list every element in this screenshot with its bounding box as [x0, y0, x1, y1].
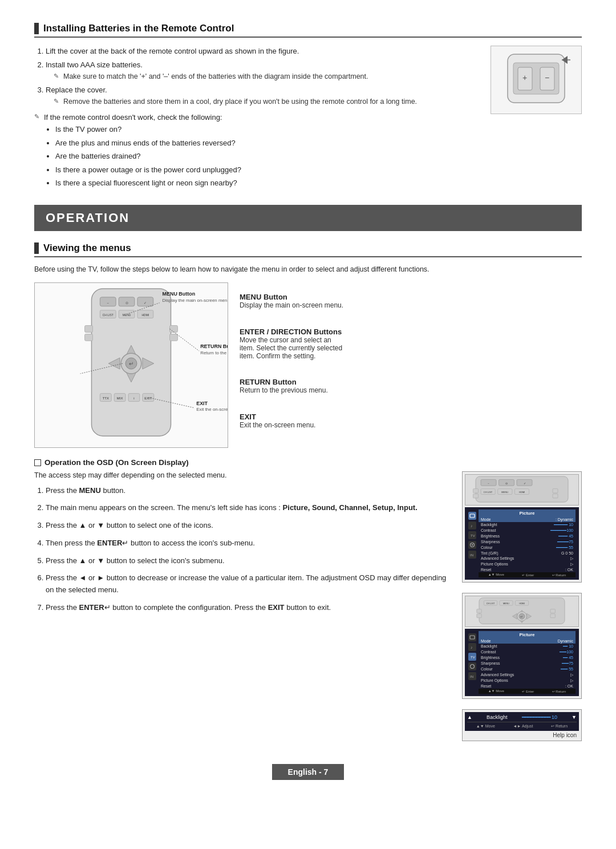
- svg-text:✓: ✓: [144, 301, 147, 304]
- svg-rect-87: [550, 609, 555, 613]
- osd-step-7: Press the ENTER↵ button to complete the …: [46, 602, 451, 614]
- check-item-5: Is there a special fluorescent light or …: [55, 177, 241, 189]
- svg-text:TV: TV: [471, 656, 475, 659]
- svg-text:Exit the on-screen menu.: Exit the on-screen menu.: [196, 407, 228, 412]
- osd-access-note: The access step may differ depending on …: [34, 471, 451, 479]
- menu-item-colour: Colour━━━━━ 55: [479, 545, 576, 551]
- svg-text:EXIT: EXIT: [196, 400, 208, 406]
- menu-item-pic-opt: Picture Options▷: [479, 561, 576, 567]
- remote-svg: − ⊙ ✓ CH LIST MENU HDMI: [35, 283, 228, 447]
- menu2-backlight: Backlight━━ 10: [479, 644, 576, 649]
- menu2-brightness: Brightness━━ 45: [479, 655, 576, 661]
- menu-item-mode: Mode: Dynamic: [479, 517, 576, 522]
- osd-steps-list: Press the MENU button. The main menu app…: [34, 485, 451, 614]
- osd-menu-panel-2: Picture ModeDynamic Backlight━━ 10: [479, 631, 576, 694]
- svg-text:Return to the previous menu.: Return to the previous menu.: [200, 350, 228, 355]
- osd-menu-panel: Picture Mode: Dynamic Backlight━━━━━━ 10: [479, 510, 576, 577]
- backlight-header: ▲ Backlight ━━━━━━━━━━ 10 ▼: [467, 714, 577, 722]
- svg-text:CH LIST: CH LIST: [484, 491, 493, 494]
- menu2-colour: Colour━━━ 55: [479, 666, 576, 672]
- viewing-menus-intro: Before using the TV, follow the steps be…: [34, 265, 582, 273]
- svg-rect-90: [470, 636, 475, 639]
- menu-item-backlight: Backlight━━━━━━ 10: [479, 522, 576, 528]
- svg-rect-23: [170, 334, 178, 341]
- svg-text:−: −: [488, 482, 489, 485]
- battery-step-2: Install two AAA size batteries. ✎ Make s…: [46, 59, 479, 82]
- osd-step-2: The main menu appears on the screen. The…: [46, 502, 451, 514]
- svg-text:MIX: MIX: [117, 396, 123, 399]
- return-button-annotation: RETURN Button Return to the previous men…: [240, 378, 582, 394]
- icon-picture: [468, 512, 476, 520]
- osd-remote-top: − ⊙ ✓ CH LIST MENU HDMI: [465, 474, 579, 506]
- svg-text:Display the main on-screen men: Display the main on-screen menu.: [163, 297, 228, 302]
- remote-annotations-panel: MENU Button Display the main on-screen m…: [240, 282, 582, 448]
- note-icon-3: ✎: [34, 113, 39, 120]
- menu-item-sharpness: Sharpness━━━━━75: [479, 539, 576, 545]
- battery-diagram-svg: + −: [496, 51, 576, 108]
- icon-input: IN: [468, 551, 476, 559]
- svg-text:+: +: [522, 73, 527, 82]
- osd-menu-icons: ♪ TV IN: [468, 510, 476, 577]
- svg-rect-66: [470, 514, 475, 518]
- osd-remote-svg-2: CH LIST MENU HDMI ↵: [471, 597, 573, 625]
- note-icon-1: ✎: [54, 71, 59, 82]
- svg-text:HDMI: HDMI: [519, 491, 525, 494]
- osd-step-4: Then press the ENTER↵ button to access t…: [46, 537, 451, 549]
- osd-mockup-2: CH LIST MENU HDMI ↵: [462, 593, 582, 699]
- menu-nav-bar-2: ▲▼ Move ↵ Enter ↩ Return: [479, 689, 576, 694]
- icon-setup: [468, 541, 476, 549]
- menu-item-brightness: Brightness━━━━ 45: [479, 533, 576, 539]
- viewing-menus-title: Viewing the menus: [34, 242, 582, 257]
- menu2-pic-opt: Picture Options▷: [479, 678, 576, 684]
- svg-rect-88: [477, 614, 481, 618]
- menu2-reset: Reset: OK: [479, 684, 576, 689]
- page-footer: English - 7: [34, 764, 582, 780]
- svg-text:−: −: [107, 301, 110, 304]
- osd-step-5: Press the ▲ or ▼ button to select the ic…: [46, 555, 451, 567]
- remote-control-diagram: − ⊙ ✓ CH LIST MENU HDMI: [34, 282, 228, 448]
- svg-rect-21: [170, 325, 178, 332]
- menu-panel-items: Mode: Dynamic Backlight━━━━━━ 10 Contras…: [479, 517, 576, 572]
- svg-text:MENU: MENU: [503, 603, 509, 605]
- chapter-banner: OPERATION: [34, 205, 582, 231]
- svg-text:TTX: TTX: [103, 396, 109, 399]
- svg-rect-65: [553, 494, 558, 498]
- battery-step-1: Lift the cover at the back of the remote…: [46, 46, 479, 57]
- osd-header: Operation the OSD (On Screen Display): [34, 458, 582, 467]
- svg-text:TV: TV: [471, 534, 475, 537]
- svg-text:⊙: ⊙: [505, 482, 508, 485]
- menu-item-tint: Tint (G/R)G 0 50: [479, 551, 576, 556]
- check-item-1: Is the TV power on?: [55, 124, 241, 135]
- footer-page-label: English - 7: [272, 764, 345, 780]
- osd-step-3: Press the ▲ or ▼ button to select one of…: [46, 520, 451, 532]
- svg-rect-22: [85, 334, 93, 341]
- battery-content: Lift the cover at the back of the remote…: [34, 46, 582, 191]
- osd-content-area: The access step may differ depending on …: [34, 471, 582, 741]
- svg-text:−: −: [545, 73, 549, 82]
- svg-rect-86: [477, 609, 481, 613]
- svg-text:IN: IN: [470, 553, 473, 557]
- osd-remote-top-2: CH LIST MENU HDMI ↵: [465, 596, 579, 627]
- svg-text:HDMI: HDMI: [141, 313, 149, 316]
- osd-step-6: Press the ◄ or ► button to decrease or i…: [46, 572, 451, 596]
- exit-annotation: EXIT Exit the on-screen menu.: [240, 413, 582, 429]
- osd-section: Operation the OSD (On Screen Display) Th…: [34, 458, 582, 741]
- icon2-channel: TV: [468, 653, 476, 661]
- battery-step-3: Replace the cover. ✎ Remove the batterie…: [46, 84, 479, 107]
- svg-rect-63: [553, 489, 558, 493]
- osd-backlight-screen: ▲ Backlight ━━━━━━━━━━ 10 ▼ ▲▼ Move ◄► A…: [465, 712, 579, 731]
- osd-remote-svg: − ⊙ ✓ CH LIST MENU HDMI: [471, 475, 573, 504]
- help-icon-label: Help icon: [465, 732, 579, 738]
- menu-panel-title-2: Picture: [479, 631, 576, 638]
- osd-instructions: The access step may differ depending on …: [34, 471, 451, 741]
- svg-text:CH LIST: CH LIST: [103, 313, 114, 316]
- svg-rect-64: [473, 494, 479, 498]
- menu-panel-items-2: ModeDynamic Backlight━━ 10 Contrast━━━10…: [479, 638, 576, 689]
- enter-button-annotation: ENTER / DIRECTION Buttons Move the curso…: [240, 328, 582, 360]
- osd-title: Operation the OSD (On Screen Display): [44, 458, 189, 467]
- osd-images-panel: − ⊙ ✓ CH LIST MENU HDMI: [462, 471, 582, 741]
- svg-text:i: i: [133, 396, 134, 399]
- svg-point-93: [471, 664, 475, 668]
- osd-screen-layout-2: ♪ TV IN: [468, 631, 576, 694]
- battery-instructions: Lift the cover at the back of the remote…: [34, 46, 479, 191]
